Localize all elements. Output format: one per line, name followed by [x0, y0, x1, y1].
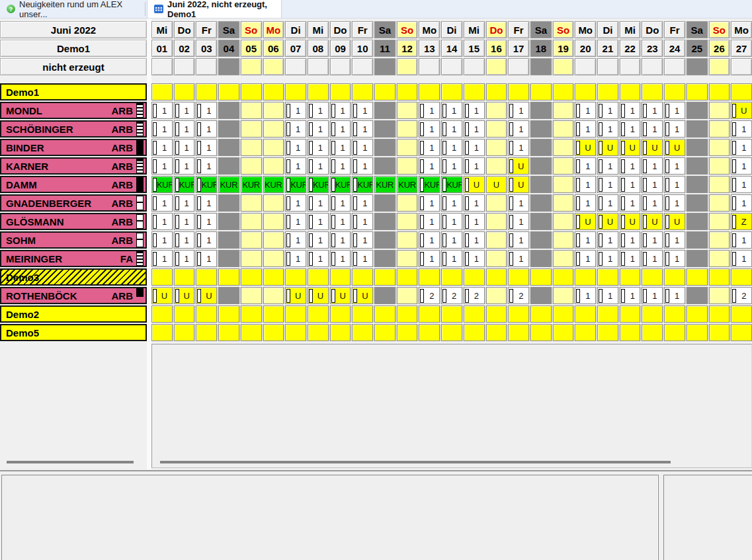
shift-cell[interactable]: U: [308, 287, 329, 304]
shift-cell[interactable]: [530, 194, 552, 212]
employee-row-label[interactable]: KARNERARB: [0, 157, 147, 175]
shift-cell[interactable]: KUR: [374, 176, 396, 193]
shift-cell[interactable]: [241, 324, 262, 341]
shift-cell[interactable]: 1: [575, 102, 596, 119]
shift-cell[interactable]: [263, 102, 284, 119]
shift-cell[interactable]: 1: [330, 250, 351, 267]
employee-row-label[interactable]: SOHMARB: [0, 231, 147, 249]
group-row-label[interactable]: Demo2: [0, 305, 147, 323]
shift-cell[interactable]: [687, 139, 708, 156]
shift-cell[interactable]: 2: [731, 287, 752, 304]
shift-cell[interactable]: [397, 139, 418, 156]
shift-cell[interactable]: 1: [196, 157, 217, 175]
shift-cell[interactable]: 1: [597, 120, 618, 138]
shift-cell[interactable]: 1: [597, 176, 618, 193]
shift-cell[interactable]: 1: [731, 176, 752, 193]
shift-cell[interactable]: 1: [330, 157, 351, 175]
shift-cell[interactable]: U: [642, 139, 663, 156]
shift-cell[interactable]: [575, 268, 596, 286]
shift-cell[interactable]: [241, 83, 262, 100]
date-cell[interactable]: 25: [687, 40, 708, 57]
shift-cell[interactable]: [374, 83, 396, 100]
shift-cell[interactable]: 1: [330, 194, 351, 212]
shift-cell[interactable]: [486, 268, 507, 286]
shift-cell[interactable]: [642, 268, 663, 286]
shift-cell[interactable]: 1: [664, 157, 685, 175]
shift-cell[interactable]: 1: [441, 194, 462, 212]
shift-cell[interactable]: 1: [330, 139, 351, 156]
shift-cell[interactable]: 1: [464, 102, 485, 119]
shift-cell[interactable]: [709, 102, 730, 119]
shift-cell[interactable]: [196, 305, 217, 323]
shift-cell[interactable]: [352, 324, 373, 341]
shift-cell[interactable]: 1: [419, 194, 440, 212]
shift-cell[interactable]: [687, 120, 708, 138]
shift-cell[interactable]: [642, 305, 663, 323]
date-cell[interactable]: 15: [464, 40, 485, 57]
shift-cell[interactable]: 1: [597, 102, 618, 119]
shift-cell[interactable]: [263, 120, 284, 138]
shift-cell[interactable]: [397, 231, 418, 249]
weekday-cell[interactable]: Fr: [508, 21, 529, 38]
date-cell[interactable]: 02: [174, 40, 195, 57]
shift-cell[interactable]: [553, 102, 574, 119]
weekday-cell[interactable]: Mi: [620, 21, 641, 38]
shift-cell[interactable]: KUR: [218, 176, 239, 193]
weekday-cell[interactable]: So: [241, 21, 262, 38]
shift-cell[interactable]: [263, 231, 284, 249]
shift-cell[interactable]: 1: [620, 176, 641, 193]
employee-row-label[interactable]: BINDERARB: [0, 139, 147, 156]
shift-cell[interactable]: [486, 305, 507, 323]
shift-cell[interactable]: 2: [464, 287, 485, 304]
shift-cell[interactable]: [241, 213, 262, 230]
shift-cell[interactable]: 1: [597, 157, 618, 175]
shift-cell[interactable]: [687, 324, 708, 341]
shift-cell[interactable]: [263, 324, 284, 341]
shift-cell[interactable]: 1: [620, 231, 641, 249]
shift-cell[interactable]: [218, 305, 239, 323]
shift-cell[interactable]: [687, 287, 708, 304]
shift-cell[interactable]: [709, 194, 730, 212]
shift-cell[interactable]: 1: [285, 102, 306, 119]
shift-cell[interactable]: 1: [419, 250, 440, 267]
shift-cell[interactable]: [330, 305, 351, 323]
shift-cell[interactable]: U: [597, 213, 618, 230]
shift-cell[interactable]: KUR: [241, 176, 262, 193]
shift-cell[interactable]: [374, 250, 396, 267]
shift-cell[interactable]: KUR: [151, 176, 173, 193]
shift-cell[interactable]: [553, 287, 574, 304]
shift-cell[interactable]: [308, 268, 329, 286]
shift-cell[interactable]: 1: [620, 157, 641, 175]
employee-row-label[interactable]: ROTHENBÖCKARB: [0, 287, 147, 304]
shift-cell[interactable]: [263, 194, 284, 212]
shift-cell[interactable]: 1: [664, 231, 685, 249]
shift-cell[interactable]: 1: [642, 176, 663, 193]
date-cell[interactable]: 10: [352, 40, 373, 57]
date-cell[interactable]: 24: [664, 40, 685, 57]
shift-cell[interactable]: 1: [642, 250, 663, 267]
shift-cell[interactable]: [709, 157, 730, 175]
shift-cell[interactable]: [241, 157, 262, 175]
shift-cell[interactable]: [731, 83, 752, 100]
shift-cell[interactable]: [151, 268, 173, 286]
shift-cell[interactable]: [218, 250, 239, 267]
shift-cell[interactable]: 2: [419, 287, 440, 304]
shift-cell[interactable]: [374, 231, 396, 249]
weekday-cell[interactable]: Mi: [151, 21, 173, 38]
shift-cell[interactable]: [241, 250, 262, 267]
shift-cell[interactable]: [709, 176, 730, 193]
shift-cell[interactable]: [553, 231, 574, 249]
date-cell[interactable]: 09: [330, 40, 351, 57]
shift-cell[interactable]: [352, 305, 373, 323]
shift-cell[interactable]: U: [196, 287, 217, 304]
shift-cell[interactable]: [687, 231, 708, 249]
shift-cell[interactable]: [263, 287, 284, 304]
shift-cell[interactable]: KUR: [441, 176, 462, 193]
shift-cell[interactable]: [553, 83, 574, 100]
shift-cell[interactable]: [241, 305, 262, 323]
date-cell[interactable]: 11: [374, 40, 396, 57]
shift-cell[interactable]: [218, 213, 239, 230]
shift-cell[interactable]: 1: [196, 250, 217, 267]
group-row-label[interactable]: Demo5: [0, 324, 147, 341]
shift-cell[interactable]: [508, 83, 529, 100]
